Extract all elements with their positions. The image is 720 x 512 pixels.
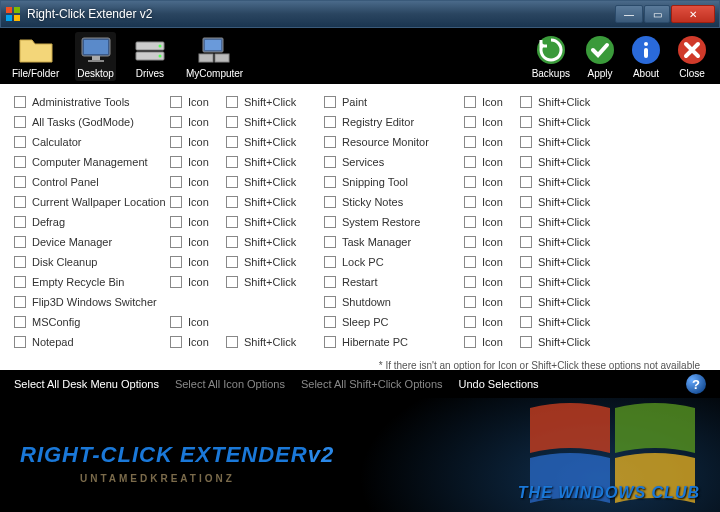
option-checkbox[interactable] bbox=[324, 196, 336, 208]
option-checkbox[interactable] bbox=[324, 216, 336, 228]
apply-button[interactable]: Apply bbox=[584, 34, 616, 79]
option-checkbox[interactable] bbox=[14, 256, 26, 268]
maximize-button[interactable]: ▭ bbox=[644, 5, 670, 23]
svg-rect-2 bbox=[6, 15, 12, 21]
icon-checkbox[interactable] bbox=[464, 296, 476, 308]
icon-checkbox[interactable] bbox=[170, 336, 182, 348]
option-checkbox[interactable] bbox=[14, 336, 26, 348]
tab-mycomputer[interactable]: MyComputer bbox=[186, 34, 243, 79]
icon-checkbox[interactable] bbox=[464, 216, 476, 228]
shift-checkbox[interactable] bbox=[520, 296, 532, 308]
option-checkbox[interactable] bbox=[14, 156, 26, 168]
shift-checkbox[interactable] bbox=[226, 136, 238, 148]
icon-checkbox[interactable] bbox=[170, 236, 182, 248]
icon-checkbox[interactable] bbox=[170, 136, 182, 148]
icon-checkbox[interactable] bbox=[170, 276, 182, 288]
shift-checkbox[interactable] bbox=[520, 316, 532, 328]
shift-checkbox[interactable] bbox=[520, 236, 532, 248]
help-button[interactable]: ? bbox=[686, 374, 706, 394]
icon-checkbox[interactable] bbox=[464, 136, 476, 148]
shift-checkbox[interactable] bbox=[226, 256, 238, 268]
option-checkbox[interactable] bbox=[324, 176, 336, 188]
icon-checkbox[interactable] bbox=[464, 116, 476, 128]
icon-checkbox[interactable] bbox=[464, 196, 476, 208]
icon-checkbox[interactable] bbox=[464, 156, 476, 168]
option-checkbox[interactable] bbox=[324, 296, 336, 308]
shift-checkbox[interactable] bbox=[226, 236, 238, 248]
icon-checkbox[interactable] bbox=[464, 316, 476, 328]
tab-drives[interactable]: Drives bbox=[132, 34, 168, 79]
shift-cell bbox=[226, 292, 306, 312]
icon-checkbox[interactable] bbox=[464, 96, 476, 108]
option-checkbox[interactable] bbox=[14, 136, 26, 148]
option-checkbox[interactable] bbox=[324, 336, 336, 348]
shift-cell: Shift+Click bbox=[520, 192, 600, 212]
tab-desktop[interactable]: Desktop bbox=[75, 32, 116, 81]
option-checkbox[interactable] bbox=[14, 196, 26, 208]
shift-checkbox[interactable] bbox=[226, 176, 238, 188]
shift-checkbox[interactable] bbox=[226, 156, 238, 168]
icon-checkbox[interactable] bbox=[170, 156, 182, 168]
option-checkbox[interactable] bbox=[324, 136, 336, 148]
undo-selections[interactable]: Undo Selections bbox=[459, 378, 539, 390]
icon-checkbox[interactable] bbox=[170, 196, 182, 208]
shift-checkbox[interactable] bbox=[520, 176, 532, 188]
icon-checkbox[interactable] bbox=[464, 176, 476, 188]
shift-checkbox[interactable] bbox=[520, 136, 532, 148]
option-checkbox[interactable] bbox=[324, 236, 336, 248]
option-checkbox[interactable] bbox=[14, 316, 26, 328]
option-row: Disk Cleanup bbox=[14, 252, 170, 272]
icon-checkbox[interactable] bbox=[170, 216, 182, 228]
select-all-shift[interactable]: Select All Shift+Click Options bbox=[301, 378, 443, 390]
shift-checkbox[interactable] bbox=[226, 336, 238, 348]
shift-checkbox[interactable] bbox=[520, 216, 532, 228]
icon-cell: Icon bbox=[170, 132, 226, 152]
icon-checkbox[interactable] bbox=[464, 256, 476, 268]
option-checkbox[interactable] bbox=[14, 96, 26, 108]
option-checkbox[interactable] bbox=[14, 276, 26, 288]
option-checkbox[interactable] bbox=[324, 256, 336, 268]
option-checkbox[interactable] bbox=[324, 116, 336, 128]
shift-checkbox[interactable] bbox=[226, 196, 238, 208]
icon-checkbox[interactable] bbox=[170, 116, 182, 128]
option-checkbox[interactable] bbox=[324, 276, 336, 288]
shift-checkbox[interactable] bbox=[226, 216, 238, 228]
shift-checkbox[interactable] bbox=[520, 256, 532, 268]
shift-checkbox[interactable] bbox=[520, 196, 532, 208]
icon-checkbox[interactable] bbox=[170, 256, 182, 268]
option-checkbox[interactable] bbox=[324, 96, 336, 108]
select-all-desk[interactable]: Select All Desk Menu Options bbox=[14, 378, 159, 390]
select-all-icon[interactable]: Select All Icon Options bbox=[175, 378, 285, 390]
option-checkbox[interactable] bbox=[14, 176, 26, 188]
option-checkbox[interactable] bbox=[14, 296, 26, 308]
option-checkbox[interactable] bbox=[14, 236, 26, 248]
shift-cell: Shift+Click bbox=[520, 132, 600, 152]
backups-button[interactable]: Backups bbox=[532, 34, 570, 79]
shift-checkbox[interactable] bbox=[520, 276, 532, 288]
option-label: Shutdown bbox=[342, 296, 391, 308]
shift-checkbox[interactable] bbox=[520, 336, 532, 348]
shift-checkbox[interactable] bbox=[226, 96, 238, 108]
minimize-button[interactable]: — bbox=[615, 5, 643, 23]
option-label: Hibernate PC bbox=[342, 336, 408, 348]
about-button[interactable]: About bbox=[630, 34, 662, 79]
option-checkbox[interactable] bbox=[324, 156, 336, 168]
option-checkbox[interactable] bbox=[14, 216, 26, 228]
shift-checkbox[interactable] bbox=[520, 116, 532, 128]
tab-filefolder[interactable]: File/Folder bbox=[12, 34, 59, 79]
icon-checkbox[interactable] bbox=[464, 276, 476, 288]
icon-checkbox[interactable] bbox=[170, 96, 182, 108]
shift-checkbox[interactable] bbox=[520, 156, 532, 168]
icon-checkbox[interactable] bbox=[464, 336, 476, 348]
option-checkbox[interactable] bbox=[14, 116, 26, 128]
shift-checkbox[interactable] bbox=[226, 116, 238, 128]
close-button[interactable]: Close bbox=[676, 34, 708, 79]
icon-checkbox[interactable] bbox=[464, 236, 476, 248]
window-close-button[interactable]: ✕ bbox=[671, 5, 715, 23]
icon-checkbox[interactable] bbox=[170, 316, 182, 328]
shift-checkbox[interactable] bbox=[520, 96, 532, 108]
icon-checkbox[interactable] bbox=[170, 176, 182, 188]
option-checkbox[interactable] bbox=[324, 316, 336, 328]
shift-checkbox[interactable] bbox=[226, 276, 238, 288]
option-label: MSConfig bbox=[32, 316, 80, 328]
